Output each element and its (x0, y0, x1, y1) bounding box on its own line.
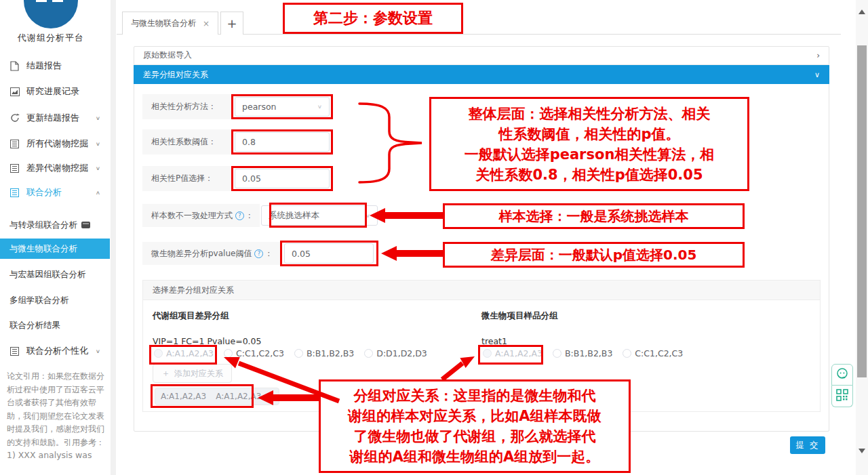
document-icon (9, 61, 20, 71)
annotation-sample-selection: 样本选择：一般是系统挑选样本 (443, 203, 745, 229)
customer-service-button[interactable] (831, 364, 853, 386)
floating-toolbar (831, 364, 853, 407)
chevron-down-icon[interactable]: ∨ (96, 115, 100, 121)
tab-microbe-joint[interactable]: 与微生物联合分析 × (122, 12, 218, 35)
annotation-group-mapping: 分组对应关系：这里指的是微生物和代 谢组的样本对应关系，比如A组样本既做 了微生… (319, 379, 631, 473)
chevron-up-icon[interactable]: ∧ (96, 190, 100, 196)
radio-metabolome-B[interactable]: B:B1,B2,B3 (294, 348, 354, 358)
page-scrollbar[interactable] (856, 0, 868, 475)
correlation-method-select[interactable]: pearson ∨ (235, 97, 330, 117)
refresh-icon (9, 113, 20, 123)
panel-title: 原始数据导入 (143, 49, 192, 61)
panel-title: 差异分组对应关系 (143, 69, 208, 81)
sidebar-item-label: 联合分析 (26, 186, 62, 199)
list-icon (9, 139, 20, 149)
citation-reference: 1) XXX analysis was (7, 450, 107, 460)
remove-tag-icon[interactable]: × (267, 392, 273, 401)
sidebar-scroll-track[interactable] (111, 0, 116, 475)
radio-metabolome-A[interactable]: A:A1,A2,A3 (154, 348, 214, 358)
qr-code-button[interactable] (831, 386, 853, 407)
radio-icon (553, 349, 561, 358)
chevron-down-icon[interactable]: ∨ (96, 165, 100, 171)
citation-text: 论文引用：如果您在数据分析过程中使用了百迈客云平台或者获得了其他有效帮助，我们期… (7, 370, 107, 449)
monitor-icon (81, 222, 90, 228)
sidebar-item-progress[interactable]: 研究进展记录 (0, 82, 110, 101)
sidebar-item-label: 研究进展记录 (26, 85, 79, 98)
submit-button[interactable]: 提 交 (790, 436, 825, 454)
radio-metabolome-C[interactable]: C:C1,C2,C3 (224, 348, 284, 358)
sidebar-item-joint-personalize[interactable]: 联合分析个性化 ∨ (0, 342, 110, 360)
radio-icon (483, 349, 492, 358)
correlation-method-label: 相关性分析方法： (142, 94, 233, 119)
correlation-coefficient-input[interactable]: 0.8 (235, 132, 330, 152)
qr-code-icon (836, 389, 848, 404)
app-title: 代谢组分析平台 (0, 32, 102, 44)
sample-mismatch-label: 样本数不一致处理方式 ? ： (142, 204, 260, 227)
sidebar-item-joint-results[interactable]: 联合分析结果 (0, 316, 110, 335)
chevron-down-icon: ∨ (366, 213, 370, 219)
radio-microbe-A[interactable]: A:A1,A2,A3 (483, 348, 542, 358)
list-icon (9, 163, 20, 173)
sidebar-item-report[interactable]: 结题报告 (0, 56, 110, 75)
sidebar-item-label: 差异代谢物挖掘 (26, 162, 88, 174)
sidebar-item-label: 与转录组联合分析 (9, 220, 77, 231)
chevron-down-icon: ∨ (814, 70, 820, 79)
microbe-group-options: A:A1,A2,A3 B:B1,B2,B3 C:C1,C2,C3 (483, 348, 693, 358)
microbe-pvalue-input[interactable]: 0.05 (284, 243, 374, 264)
radio-metabolome-D[interactable]: D:D1,D2,D3 (364, 348, 427, 358)
sidebar-item-microbe-joint[interactable]: 与微生物联合分析 (0, 239, 110, 259)
close-icon[interactable]: × (203, 19, 210, 28)
tab-label: 与微生物联合分析 (131, 18, 196, 29)
radio-icon (623, 349, 631, 358)
add-mapping-button[interactable]: ＋ 添加对应关系 (153, 364, 232, 383)
radio-microbe-C[interactable]: C:C1,C2,C3 (623, 348, 683, 358)
microbe-column-title: 微生物项目样品分组 (481, 310, 558, 322)
sidebar-item-label: 与宏基因组联合分析 (9, 269, 86, 281)
sidebar-item-label: 多组学联合分析 (9, 295, 69, 306)
sidebar-item-multiomics-joint[interactable]: 多组学联合分析 (0, 291, 110, 310)
panel-diff-group-mapping[interactable]: 差异分组对应关系 ∨ (134, 65, 829, 84)
chevron-down-icon[interactable]: ∨ (96, 141, 100, 147)
sidebar-item-label: 所有代谢物挖掘 (26, 138, 88, 150)
sidebar-item-update-report[interactable]: 更新结题报告 ∨ (0, 108, 110, 127)
logo-icon (24, 0, 78, 28)
add-tab-button[interactable]: + (220, 12, 243, 35)
plus-icon: ＋ (161, 367, 170, 379)
chevron-down-icon: ∨ (317, 104, 322, 110)
group-mapping-section-header: 选择差异分组对应关系 (142, 280, 821, 300)
sidebar-item-label: 结题报告 (26, 60, 62, 72)
correlation-pvalue-input[interactable]: 0.05 (235, 169, 330, 188)
microbe-group-name: treat1 (481, 336, 507, 346)
annotation-step-title: 第二步：参数设置 (283, 3, 463, 34)
sidebar-item-diff-metabolites[interactable]: 差异代谢物挖掘 ∨ (0, 159, 110, 178)
radio-icon (294, 349, 303, 358)
scroll-up-icon[interactable] (859, 9, 865, 14)
sample-mismatch-select[interactable]: 系统挑选样本 ∨ (261, 205, 378, 226)
scrollbar-thumb[interactable] (857, 45, 867, 377)
chevron-right-icon: › (816, 51, 820, 60)
app: 代谢组分析平台 结题报告 研究进展记录 更新结题报告 ∨ 所有代谢物挖掘 (0, 0, 868, 475)
chevron-down-icon[interactable]: ∨ (96, 348, 100, 354)
metabolome-group-options: A:A1,A2,A3 C:C1,C2,C3 B:B1,B2,B3 D:D1,D2… (154, 348, 437, 358)
radio-microbe-B[interactable]: B:B1,B2,B3 (553, 348, 612, 358)
scroll-down-icon[interactable] (859, 449, 865, 453)
sidebar-item-label: 更新结题报告 (26, 112, 79, 124)
mapping-pair-tag[interactable]: A:A1,A2,A3 A:A1,A2,A3 × (155, 388, 279, 405)
sidebar-item-metagenome-joint[interactable]: 与宏基因组联合分析 (0, 265, 110, 284)
correlation-coefficient-label: 相关性系数阈值： (142, 129, 233, 154)
microbe-pvalue-label: 微生物差异分析pvalue阈值 ? ： (142, 242, 280, 265)
list-icon (9, 346, 20, 356)
annotation-diff-level: 差异层面：一般默认p值选择0.05 (443, 242, 745, 268)
sidebar-item-label: 与微生物联合分析 (9, 243, 77, 255)
sidebar-item-label: 联合分析个性化 (26, 345, 88, 357)
metabolome-column-title: 代谢组项目差异分组 (153, 310, 229, 322)
radio-icon (224, 349, 233, 358)
help-icon[interactable]: ? (254, 249, 263, 258)
sidebar: 代谢组分析平台 结题报告 研究进展记录 更新结题报告 ∨ 所有代谢物挖掘 (0, 0, 110, 475)
sidebar-item-joint-analysis[interactable]: 联合分析 ∧ (0, 183, 110, 202)
panel-raw-data-import[interactable]: 原始数据导入 › (134, 46, 829, 65)
sidebar-item-label: 联合分析结果 (9, 320, 60, 331)
sidebar-item-all-metabolites[interactable]: 所有代谢物挖掘 ∨ (0, 134, 110, 153)
sidebar-item-transcriptome-joint[interactable]: 与转录组联合分析 (0, 215, 110, 234)
help-icon[interactable]: ? (235, 211, 244, 220)
